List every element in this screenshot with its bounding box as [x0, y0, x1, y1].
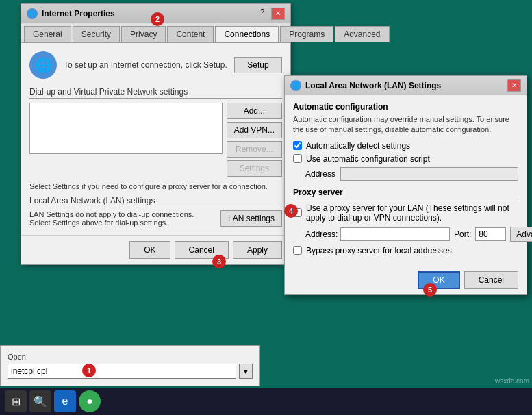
- tab-connections[interactable]: Connections: [215, 26, 279, 42]
- connection-list[interactable]: [29, 103, 223, 154]
- auto-detect-checkbox[interactable]: [293, 141, 302, 150]
- port-input[interactable]: [475, 227, 506, 241]
- dialog-title-area: 🌐 Internet Properties: [27, 8, 115, 19]
- run-input-row: ▼: [8, 364, 253, 379]
- run-label: Open:: [8, 353, 253, 361]
- advanced-button[interactable]: Advanced: [510, 227, 532, 242]
- run-dialog: Open: ▼: [0, 345, 260, 386]
- proxy-section-title: Proxy server: [293, 188, 518, 199]
- lan-settings-button[interactable]: LAN settings: [220, 210, 282, 227]
- connection-icon: 🌐: [29, 51, 57, 79]
- lan-settings-dialog: 🌐 Local Area Network (LAN) Settings ✕ Au…: [284, 75, 527, 295]
- tab-advanced[interactable]: Advanced: [335, 26, 389, 42]
- lan-footer: OK Cancel: [285, 266, 527, 294]
- setup-button[interactable]: Setup: [234, 57, 282, 73]
- bypass-label: Bypass proxy server for local addresses: [306, 246, 452, 255]
- badge-5: 5: [423, 283, 437, 297]
- badge-4: 4: [284, 204, 298, 218]
- add-vpn-button[interactable]: Add VPN...: [227, 122, 282, 138]
- bypass-row: Bypass proxy server for local addresses: [293, 246, 518, 255]
- auto-script-label: Use automatic configuration script: [306, 154, 430, 164]
- taskbar-search[interactable]: 🔍: [29, 390, 51, 412]
- lan-close-button[interactable]: ✕: [507, 79, 521, 92]
- close-button[interactable]: ✕: [271, 8, 285, 20]
- add-button[interactable]: Add...: [227, 103, 282, 119]
- auto-detect-label: Automatically detect settings: [306, 141, 410, 151]
- badge-1: 1: [82, 364, 96, 377]
- help-button[interactable]: ?: [260, 8, 264, 20]
- side-buttons: Add... Add VPN... Remove... Settings: [227, 103, 282, 177]
- taskbar-ie[interactable]: e: [54, 390, 76, 412]
- lan-dialog-titlebar: 🌐 Local Area Network (LAN) Settings ✕: [285, 76, 527, 95]
- proxy-use-row: Use a proxy server for your LAN (These s…: [293, 203, 518, 223]
- proxy-addr-label: Address:: [305, 229, 336, 239]
- taskbar-start[interactable]: ⊞: [5, 390, 27, 412]
- lan-dialog-title-area: 🌐 Local Area Network (LAN) Settings: [290, 80, 441, 91]
- lan-section-header: Local Area Network (LAN) settings: [29, 196, 282, 208]
- setup-text: To set up an Internet connection, click …: [64, 60, 227, 70]
- tab-content[interactable]: Content: [167, 26, 214, 42]
- tabs-bar: General Security Privacy Content Connect…: [21, 23, 290, 43]
- tab-programs[interactable]: Programs: [280, 26, 333, 42]
- lan-cancel-button[interactable]: Cancel: [464, 271, 518, 289]
- auto-detect-row: Automatically detect settings: [293, 141, 518, 151]
- lan-section: Local Area Network (LAN) settings LAN Se…: [29, 196, 282, 227]
- proxy-info-text: Select Settings if you need to configure…: [29, 182, 282, 190]
- run-dropdown-button[interactable]: ▼: [239, 364, 253, 379]
- apply-button[interactable]: Apply: [233, 241, 282, 259]
- proxy-addr-row: Address: Port: Advanced: [293, 227, 518, 242]
- dialog-title: Internet Properties: [42, 9, 115, 18]
- address-label: Address: [305, 169, 336, 179]
- list-section: Add... Add VPN... Remove... Settings: [29, 103, 282, 177]
- tab-privacy[interactable]: Privacy: [121, 26, 166, 42]
- run-input[interactable]: [8, 364, 236, 379]
- address-row: Address: [293, 167, 518, 181]
- settings-button[interactable]: Settings: [227, 160, 282, 177]
- taskbar: ⊞ 🔍 e ●: [0, 388, 532, 415]
- dialup-section-header: Dial-up and Virtual Private Network sett…: [29, 87, 282, 99]
- badge-3: 3: [212, 255, 226, 268]
- port-label: Port:: [454, 229, 471, 239]
- lan-dialog-title: Local Area Network (LAN) Settings: [305, 81, 441, 90]
- proxy-use-label: Use a proxy server for your LAN (These s…: [306, 203, 518, 223]
- taskbar-chrome[interactable]: ●: [79, 390, 101, 412]
- bypass-checkbox[interactable]: [293, 246, 302, 255]
- dialog-controls: ? ✕: [260, 8, 285, 20]
- lan-text: LAN Settings do not apply to dial-up con…: [29, 210, 215, 227]
- lan-row: LAN Settings do not apply to dial-up con…: [29, 210, 282, 227]
- ok-button[interactable]: OK: [129, 241, 170, 259]
- proxy-addr-input[interactable]: [340, 227, 450, 241]
- internet-properties-dialog: 🌐 Internet Properties ? ✕ General Securi…: [21, 3, 291, 265]
- internet-icon: 🌐: [27, 8, 38, 19]
- dialog-content: 🌐 To set up an Internet connection, clic…: [21, 43, 290, 235]
- address-input[interactable]: [340, 167, 518, 181]
- remove-button[interactable]: Remove...: [227, 141, 282, 158]
- lan-icon: 🌐: [290, 80, 301, 91]
- setup-row: 🌐 To set up an Internet connection, clic…: [29, 51, 282, 79]
- auto-script-row: Use automatic configuration script: [293, 154, 518, 164]
- auto-config-title: Automatic configuration: [293, 102, 518, 112]
- badge-2: 2: [151, 12, 164, 26]
- tab-general[interactable]: General: [24, 26, 71, 42]
- watermark: wsxdn.com: [495, 377, 529, 385]
- dialog-footer: OK Cancel Apply: [21, 235, 290, 264]
- lan-content: Automatic configuration Automatic config…: [285, 95, 527, 266]
- auto-script-checkbox[interactable]: [293, 154, 302, 163]
- tab-security[interactable]: Security: [73, 26, 120, 42]
- auto-config-desc: Automatic configuration may override man…: [293, 114, 518, 136]
